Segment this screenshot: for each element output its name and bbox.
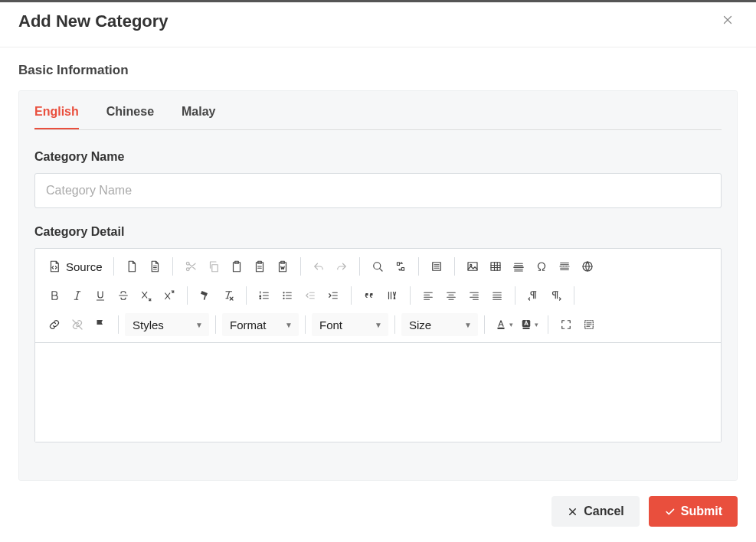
iframe-button[interactable] <box>576 255 599 278</box>
maximize-button[interactable] <box>555 313 578 336</box>
size-combo[interactable]: Size▼ <box>401 313 478 336</box>
category-name-input[interactable] <box>34 173 722 208</box>
align-justify-button[interactable] <box>486 284 509 307</box>
rtl-button[interactable] <box>545 284 568 307</box>
svg-point-17 <box>283 298 284 299</box>
outdent-icon <box>303 289 317 302</box>
div-button[interactable] <box>381 284 404 307</box>
undo-icon <box>312 260 326 273</box>
paste-button[interactable] <box>225 255 248 278</box>
copy-format-button[interactable] <box>194 284 217 307</box>
svg-point-12 <box>470 264 471 266</box>
blockquote-button[interactable] <box>358 284 381 307</box>
align-right-button[interactable] <box>463 284 486 307</box>
link-button[interactable] <box>43 313 66 336</box>
underline-icon <box>93 289 107 302</box>
replace-button[interactable] <box>389 255 412 278</box>
bold-button[interactable] <box>43 284 66 307</box>
styles-combo[interactable]: Styles▼ <box>125 313 209 336</box>
subscript-icon <box>139 289 153 302</box>
caret-down-icon: ▼ <box>375 321 382 329</box>
clipboard-word-icon <box>276 260 290 273</box>
new-page-button[interactable] <box>120 255 143 278</box>
select-all-button[interactable] <box>425 255 448 278</box>
italic-button[interactable] <box>66 284 89 307</box>
subscript-button[interactable] <box>135 284 158 307</box>
editor-toolbar-row-2 <box>35 284 721 313</box>
show-blocks-button[interactable] <box>578 313 601 336</box>
font-combo[interactable]: Font▼ <box>312 313 388 336</box>
show-blocks-icon <box>582 318 596 331</box>
caret-down-icon: ▼ <box>195 321 203 329</box>
flag-icon <box>93 318 107 331</box>
link-icon <box>47 318 61 331</box>
add-category-modal: Add New Category Basic Information Engli… <box>0 2 756 542</box>
page-break-icon <box>558 260 571 273</box>
replace-icon <box>394 260 407 273</box>
horizontal-line-icon <box>512 260 525 273</box>
cut-button[interactable] <box>179 255 202 278</box>
text-color-icon <box>494 318 508 331</box>
align-left-button[interactable] <box>417 284 440 307</box>
indent-button[interactable] <box>322 284 345 307</box>
page-break-button[interactable] <box>553 255 576 278</box>
paste-text-button[interactable] <box>248 255 271 278</box>
svg-rect-13 <box>491 263 500 271</box>
paste-word-button[interactable] <box>271 255 294 278</box>
align-right-icon <box>467 289 481 302</box>
svg-point-16 <box>283 295 284 296</box>
align-center-button[interactable] <box>440 284 463 307</box>
underline-button[interactable] <box>89 284 112 307</box>
image-button[interactable] <box>461 255 484 278</box>
modal-title: Add New Category <box>18 11 169 31</box>
superscript-icon <box>162 289 176 302</box>
redo-button[interactable] <box>330 255 353 278</box>
select-all-icon <box>430 260 443 273</box>
section-title: Basic Information <box>18 63 738 78</box>
preview-button[interactable] <box>143 255 166 278</box>
close-button[interactable] <box>718 10 738 33</box>
clipboard-text-icon <box>253 260 267 273</box>
italic-icon <box>70 289 84 302</box>
tab-chinese[interactable]: Chinese <box>106 105 154 129</box>
source-button[interactable]: Source <box>43 255 107 278</box>
special-char-button[interactable] <box>530 255 553 278</box>
editor-content-area[interactable] <box>35 342 721 442</box>
clipboard-icon <box>230 260 244 273</box>
omega-icon <box>535 260 548 273</box>
image-icon <box>466 260 479 273</box>
text-color-button[interactable]: ▾ <box>491 313 516 336</box>
ltr-button[interactable] <box>522 284 545 307</box>
svg-rect-20 <box>523 328 530 329</box>
language-tabs: English Chinese Malay <box>34 94 722 130</box>
find-button[interactable] <box>366 255 389 278</box>
document-icon <box>148 260 162 273</box>
table-button[interactable] <box>484 255 507 278</box>
tab-malay[interactable]: Malay <box>182 105 215 129</box>
cancel-button[interactable]: Cancel <box>551 496 639 527</box>
remove-format-button[interactable] <box>217 284 240 307</box>
bullet-list-button[interactable] <box>276 284 299 307</box>
anchor-button[interactable] <box>89 313 112 336</box>
bg-color-button[interactable]: ▾ <box>516 313 542 336</box>
source-icon <box>47 260 61 273</box>
tab-english[interactable]: English <box>34 105 79 129</box>
submit-button[interactable]: Submit <box>649 496 738 527</box>
modal-header: Add New Category <box>0 2 756 47</box>
form-scroll-area[interactable]: English Chinese Malay Category Name Cate… <box>18 90 738 481</box>
search-icon <box>371 260 385 273</box>
remove-format-icon <box>221 289 235 302</box>
maximize-icon <box>559 318 573 331</box>
copy-button[interactable] <box>202 255 225 278</box>
unlink-button[interactable] <box>66 313 89 336</box>
category-name-label: Category Name <box>34 150 722 164</box>
strike-button[interactable] <box>112 284 135 307</box>
horizontal-rule-button[interactable] <box>507 255 530 278</box>
modal-body: Basic Information English Chinese Malay … <box>0 47 756 481</box>
undo-button[interactable] <box>307 255 330 278</box>
superscript-button[interactable] <box>158 284 181 307</box>
outdent-button[interactable] <box>299 284 322 307</box>
format-combo[interactable]: Format▼ <box>222 313 299 336</box>
page-icon <box>125 260 139 273</box>
numbered-list-button[interactable] <box>253 284 276 307</box>
